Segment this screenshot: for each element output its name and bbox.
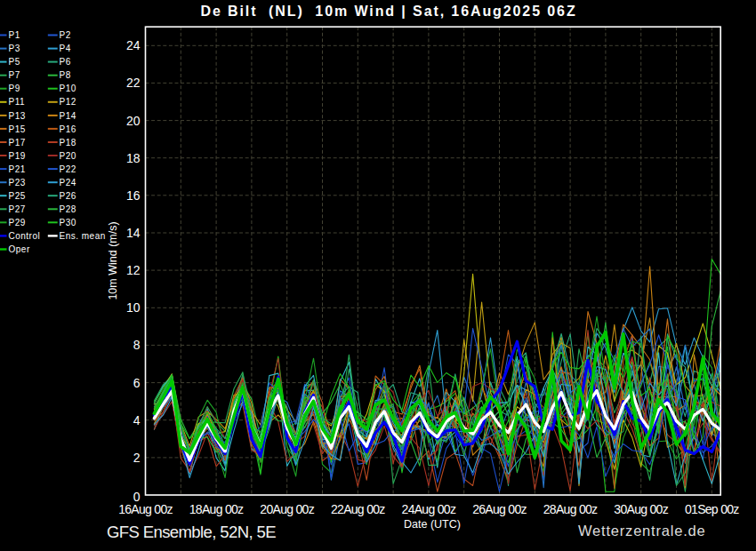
svg-text:01Sep 00z: 01Sep 00z (685, 502, 739, 516)
svg-text:P20: P20 (60, 151, 76, 161)
svg-text:P17: P17 (9, 138, 26, 148)
svg-text:12: 12 (126, 263, 141, 277)
svg-text:P11: P11 (9, 97, 26, 107)
svg-text:P27: P27 (9, 204, 26, 214)
svg-text:24: 24 (126, 38, 141, 52)
svg-text:P28: P28 (60, 204, 76, 214)
svg-text:P16: P16 (60, 124, 76, 134)
svg-text:24Aug 00z: 24Aug 00z (402, 502, 456, 516)
svg-text:P13: P13 (9, 111, 26, 121)
svg-text:P3: P3 (9, 44, 20, 53)
svg-text:P24: P24 (60, 178, 76, 188)
svg-text:Control: Control (9, 231, 41, 241)
svg-text:P12: P12 (60, 97, 76, 107)
svg-text:P30: P30 (60, 218, 76, 228)
svg-text:P2: P2 (60, 30, 71, 40)
svg-text:P25: P25 (9, 191, 26, 201)
svg-text:22Aug 00z: 22Aug 00z (331, 502, 385, 516)
svg-text:P23: P23 (9, 178, 26, 188)
svg-text:18: 18 (126, 151, 141, 165)
svg-text:P9: P9 (9, 84, 20, 93)
svg-text:P4: P4 (60, 44, 71, 53)
svg-text:P7: P7 (9, 70, 20, 80)
svg-text:20: 20 (126, 114, 141, 128)
svg-text:Oper: Oper (9, 244, 30, 254)
svg-text:P29: P29 (9, 218, 26, 228)
svg-text:Ens. mean: Ens. mean (60, 231, 106, 241)
svg-text:P6: P6 (60, 57, 71, 67)
svg-text:6: 6 (133, 376, 141, 390)
svg-text:P14: P14 (60, 111, 76, 121)
svg-text:2: 2 (133, 451, 141, 465)
svg-text:P1: P1 (9, 30, 20, 40)
svg-text:10m Wind (m/s): 10m Wind (m/s) (107, 221, 119, 299)
svg-text:Date (UTC): Date (UTC) (404, 518, 461, 531)
svg-text:P10: P10 (60, 84, 76, 93)
svg-text:Wetterzentrale.de: Wetterzentrale.de (578, 523, 706, 539)
svg-text:P22: P22 (60, 164, 76, 174)
svg-text:P18: P18 (60, 138, 76, 148)
svg-text:16Aug 00z: 16Aug 00z (118, 502, 173, 516)
svg-text:16: 16 (126, 188, 141, 203)
svg-text:10: 10 (126, 300, 141, 315)
svg-text:P8: P8 (60, 70, 71, 80)
svg-text:14: 14 (126, 226, 141, 240)
svg-text:4: 4 (133, 413, 141, 427)
svg-text:P21: P21 (9, 164, 26, 174)
svg-text:26Aug 00z: 26Aug 00z (472, 502, 527, 516)
svg-text:22: 22 (126, 76, 141, 90)
svg-text:20Aug 00z: 20Aug 00z (260, 502, 314, 516)
svg-text:GFS Ensemble, 52N, 5E: GFS Ensemble, 52N, 5E (107, 523, 276, 541)
svg-text:De Bilt (NL) 10m Wind | Sat,: De Bilt (NL) 10m Wind | Sat, 16Aug2025 0… (200, 4, 576, 19)
svg-text:P5: P5 (9, 57, 20, 67)
svg-text:P26: P26 (60, 191, 76, 201)
svg-text:8: 8 (133, 338, 141, 352)
svg-text:28Aug 00z: 28Aug 00z (543, 502, 598, 516)
svg-text:18Aug 00z: 18Aug 00z (189, 502, 244, 516)
svg-text:30Aug 00z: 30Aug 00z (614, 502, 668, 516)
svg-text:P19: P19 (9, 151, 26, 161)
svg-text:P15: P15 (9, 124, 26, 134)
